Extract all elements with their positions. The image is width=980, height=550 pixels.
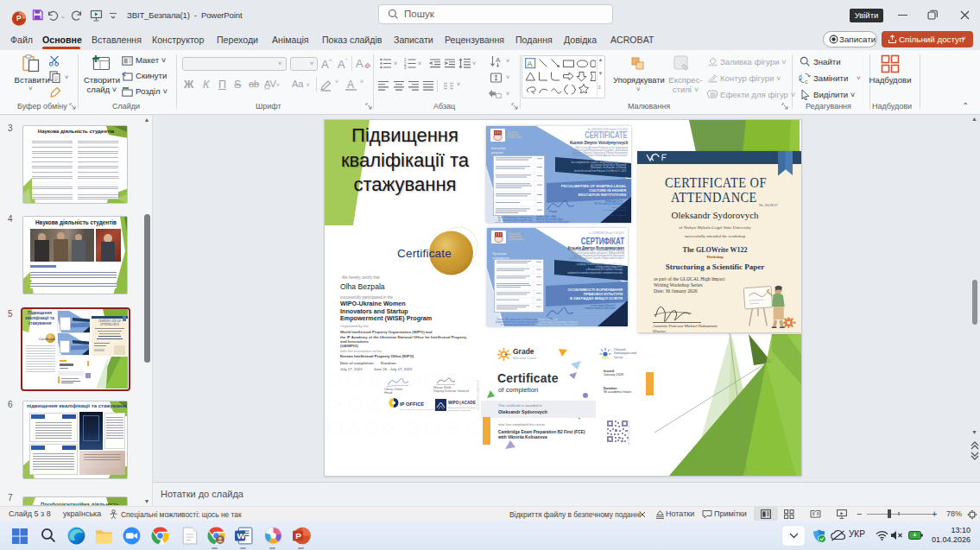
svg-text:W: W	[237, 531, 245, 541]
svg-text:P: P	[295, 531, 301, 541]
svg-text:A: A	[528, 60, 533, 68]
svg-text:3: 3	[404, 66, 407, 69]
svg-text:с: с	[805, 79, 808, 85]
svg-text:P: P	[16, 14, 22, 22]
svg-text:A: A	[496, 56, 501, 64]
